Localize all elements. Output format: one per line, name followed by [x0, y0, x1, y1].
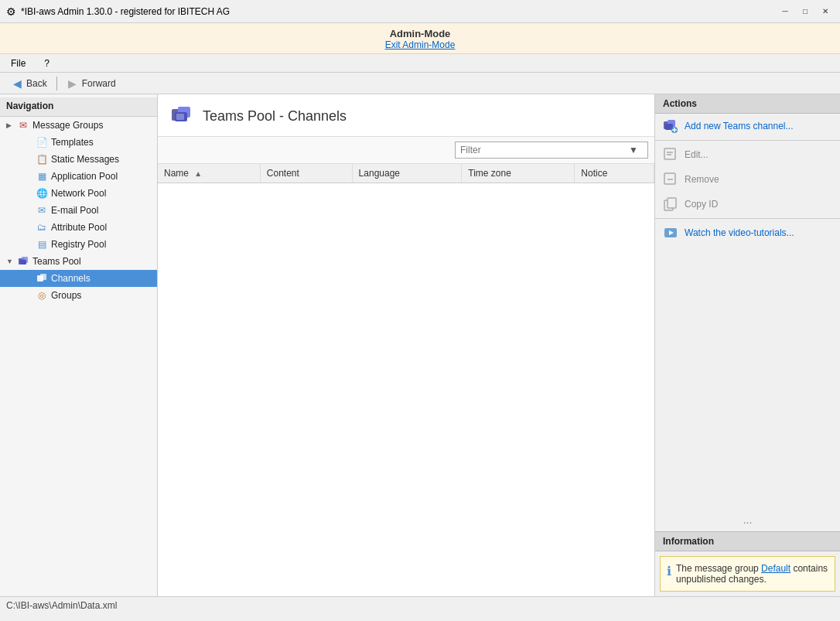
action-edit[interactable]: Edit... — [655, 142, 840, 167]
admin-banner: Admin-Mode Exit Admin-Mode — [0, 23, 840, 54]
content-header: Teams Pool - Channels — [158, 94, 654, 137]
svg-rect-21 — [668, 198, 676, 208]
forward-icon: ▶ — [67, 77, 79, 90]
info-default-link[interactable]: Default — [761, 563, 790, 574]
channels-icon — [36, 272, 48, 285]
col-timezone: Time zone — [462, 164, 575, 183]
more-indicator: ··· — [655, 513, 840, 531]
action-separator-1 — [655, 140, 840, 141]
toolbar-separator — [56, 77, 57, 90]
static-messages-icon: 📋 — [36, 153, 48, 165]
sidebar-item-groups[interactable]: ◎ Groups — [0, 287, 157, 304]
page-header-icon — [170, 104, 195, 128]
channels-table: Name ▲ Content Language Time zone — [158, 164, 654, 183]
navigation-label: Navigation — [0, 97, 157, 117]
message-groups-icon: ✉ — [17, 119, 29, 131]
main-layout: Navigation ▶ ✉ Message Groups 📄 Template… — [0, 94, 840, 596]
back-button[interactable]: ◀ Back — [6, 76, 52, 91]
close-button[interactable]: ✕ — [817, 3, 834, 20]
registry-pool-icon: ▤ — [36, 238, 48, 251]
sidebar: Navigation ▶ ✉ Message Groups 📄 Template… — [0, 94, 158, 596]
menu-file[interactable]: File — [6, 56, 30, 70]
info-icon: ℹ — [667, 564, 671, 585]
remove-icon — [663, 172, 678, 187]
add-channel-icon — [663, 118, 678, 134]
network-pool-icon: 🌐 — [36, 187, 48, 200]
window-controls: ─ □ ✕ — [777, 3, 834, 20]
content-area: Teams Pool - Channels ▼ Name ▲ — [158, 94, 654, 596]
maximize-button[interactable]: □ — [797, 3, 814, 20]
toolbar: ◀ Back ▶ Forward — [0, 73, 840, 94]
sidebar-item-network-pool[interactable]: 🌐 Network Pool — [0, 185, 157, 202]
svg-rect-4 — [40, 274, 46, 280]
action-watch-tutorials[interactable]: Watch the video-tutorials... — [655, 220, 840, 245]
actions-spacer — [655, 245, 840, 513]
svg-rect-15 — [664, 148, 675, 159]
groups-icon: ◎ — [36, 289, 48, 302]
menu-help[interactable]: ? — [39, 56, 54, 70]
info-content: ℹ The message group Default contains unp… — [660, 556, 835, 592]
watch-tutorials-icon — [663, 225, 678, 241]
sidebar-item-teams-pool[interactable]: ▼ Teams Pool — [0, 253, 157, 270]
filter-icon: ▼ — [626, 143, 641, 157]
attribute-pool-icon: 🗂 — [36, 221, 48, 234]
svg-rect-8 — [176, 114, 184, 120]
filter-input[interactable] — [456, 142, 626, 158]
action-separator-2 — [655, 218, 840, 219]
title-bar: ⚙ *IBI-aws Admin 1.30.0 - registered for… — [0, 0, 840, 23]
actions-panel-header: Actions — [655, 94, 840, 114]
sidebar-item-templates[interactable]: 📄 Templates — [0, 134, 157, 151]
actions-panel: Actions Add new Teams channel... — [654, 94, 840, 596]
col-language: Language — [352, 164, 462, 183]
action-copy-id[interactable]: Copy ID — [655, 192, 840, 217]
app-icon: ⚙ — [6, 5, 16, 18]
svg-rect-2 — [20, 260, 26, 264]
expand-arrow-teams-pool: ▼ — [6, 258, 14, 265]
menu-bar: File ? — [0, 54, 840, 73]
page-title: Teams Pool - Channels — [203, 108, 347, 125]
admin-mode-title: Admin-Mode — [0, 28, 840, 39]
data-table: Name ▲ Content Language Time zone — [158, 164, 654, 596]
info-panel-header: Information — [655, 532, 840, 551]
minimize-button[interactable]: ─ — [777, 3, 794, 20]
sidebar-item-channels[interactable]: Channels — [0, 270, 157, 287]
filter-row: ▼ — [158, 137, 654, 164]
sidebar-item-attribute-pool[interactable]: 🗂 Attribute Pool — [0, 219, 157, 236]
exit-admin-mode-link[interactable]: Exit Admin-Mode — [0, 39, 840, 50]
window-title: *IBI-aws Admin 1.30.0 - registered for I… — [21, 6, 230, 17]
action-add-channel[interactable]: Add new Teams channel... — [655, 114, 840, 138]
col-content: Content — [260, 164, 352, 183]
info-panel: Information ℹ The message group Default … — [655, 531, 840, 596]
col-name: Name ▲ — [158, 164, 260, 183]
status-path: C:\IBI-aws\Admin\Data.xml — [6, 600, 117, 611]
sidebar-item-application-pool[interactable]: ▦ Application Pool — [0, 168, 157, 185]
status-bar: C:\IBI-aws\Admin\Data.xml — [0, 596, 840, 613]
templates-icon: 📄 — [36, 136, 48, 148]
col-notice: Notice — [575, 164, 654, 183]
sort-arrow-name: ▲ — [194, 169, 202, 178]
sidebar-item-message-groups[interactable]: ▶ ✉ Message Groups — [0, 117, 157, 134]
copy-id-icon — [663, 196, 678, 212]
filter-input-wrap: ▼ — [455, 142, 648, 159]
edit-icon — [663, 147, 678, 162]
expand-arrow-message-groups: ▶ — [6, 121, 14, 129]
sidebar-item-registry-pool[interactable]: ▤ Registry Pool — [0, 236, 157, 253]
action-remove[interactable]: Remove — [655, 167, 840, 192]
table-header-row: Name ▲ Content Language Time zone — [158, 164, 654, 183]
svg-rect-18 — [664, 173, 675, 184]
sidebar-item-email-pool[interactable]: ✉ E-mail Pool — [0, 202, 157, 219]
info-message: The message group Default contains unpub… — [676, 563, 828, 585]
application-pool-icon: ▦ — [36, 170, 48, 183]
back-icon: ◀ — [11, 77, 23, 90]
forward-button[interactable]: ▶ Forward — [62, 76, 121, 91]
sidebar-item-static-messages[interactable]: 📋 Static Messages — [0, 151, 157, 168]
teams-pool-icon — [17, 255, 29, 268]
email-pool-icon: ✉ — [36, 204, 48, 217]
